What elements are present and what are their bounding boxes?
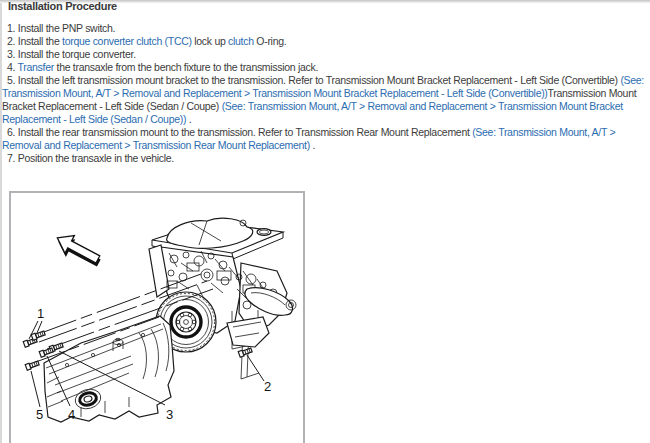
page-title: Installation Procedure: [8, 0, 117, 12]
step-text: Install the rear transmission mount to t…: [18, 126, 472, 138]
reference-link[interactable]: clutch: [228, 35, 254, 47]
step-number: 2.: [7, 35, 15, 47]
step-text: the transaxle from the bench fixture to …: [54, 61, 318, 73]
step-item: 2. Install the torque converter clutch (…: [2, 35, 648, 48]
step-number: 6.: [7, 126, 15, 138]
step-number: 4.: [7, 61, 15, 73]
step-item: 6. Install the rear transmission mount t…: [2, 126, 648, 152]
step-text: O-ring.: [254, 35, 287, 47]
step-item: 3. Install the torque converter.: [2, 48, 648, 61]
step-text: .: [186, 113, 191, 125]
step-number: 7.: [7, 152, 15, 164]
step-number: 3.: [7, 48, 15, 60]
step-text: Install the: [18, 35, 62, 47]
step-item: 5. Install the left transmission mount b…: [2, 74, 648, 126]
reference-link[interactable]: torque converter clutch (TCC): [62, 35, 192, 47]
reference-link[interactable]: Transfer: [18, 61, 54, 73]
callout-label-5: 5: [36, 407, 43, 422]
step-text: Install the PNP switch.: [18, 22, 115, 34]
step-number: 5.: [7, 74, 15, 86]
engine-transaxle-illustration: 1 2 3 4 5: [11, 193, 303, 443]
step-text: lock up: [192, 35, 228, 47]
diagram-box: 1 2 3 4 5: [9, 191, 305, 443]
callout-label-4: 4: [68, 407, 75, 422]
steps-list: 1. Install the PNP switch.2. Install the…: [2, 22, 648, 165]
step-item: 7. Position the transaxle in the vehicle…: [2, 152, 648, 165]
callout-label-3: 3: [166, 407, 173, 422]
step-text: Install the torque converter.: [18, 48, 136, 60]
step-text: Position the transaxle in the vehicle.: [18, 152, 174, 164]
transaxle-housing: [44, 316, 174, 422]
step-item: 1. Install the PNP switch.: [2, 22, 648, 35]
up-left-arrow-icon: [51, 229, 105, 272]
callout-label-2: 2: [264, 379, 271, 394]
step-number: 1.: [7, 22, 15, 34]
step-item: 4. Transfer the transaxle from the bench…: [2, 61, 648, 74]
step-text: Install the left transmission mount brac…: [18, 74, 621, 86]
step-text: .: [310, 139, 315, 151]
callout-label-1: 1: [37, 306, 44, 321]
